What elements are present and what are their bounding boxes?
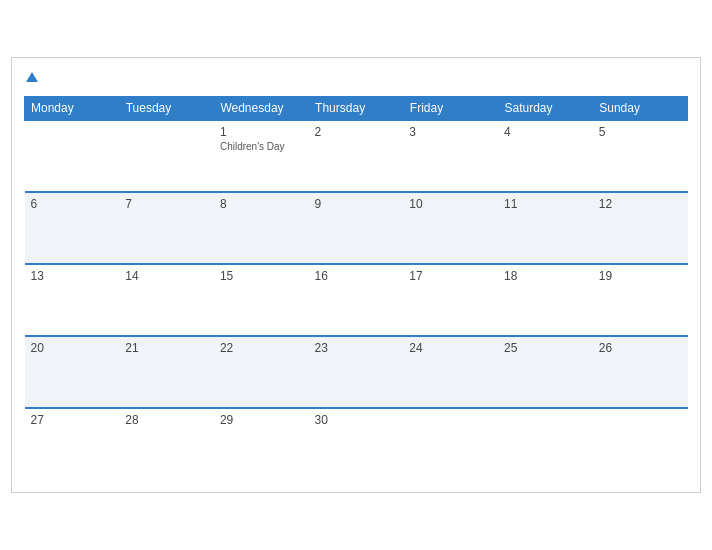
calendar-cell: 3 <box>403 120 498 192</box>
week-row-5: 27282930 <box>25 408 688 480</box>
calendar-cell: 22 <box>214 336 309 408</box>
day-number: 14 <box>125 269 208 283</box>
calendar-cell: 28 <box>119 408 214 480</box>
calendar-container: MondayTuesdayWednesdayThursdayFridaySatu… <box>11 57 701 494</box>
calendar-cell: 27 <box>25 408 120 480</box>
day-number: 18 <box>504 269 587 283</box>
weekday-header-sunday: Sunday <box>593 97 688 121</box>
day-number: 24 <box>409 341 492 355</box>
calendar-cell <box>119 120 214 192</box>
calendar-cell: 14 <box>119 264 214 336</box>
day-number: 15 <box>220 269 303 283</box>
day-number: 29 <box>220 413 303 427</box>
calendar-cell <box>403 408 498 480</box>
day-number: 17 <box>409 269 492 283</box>
logo-area <box>24 68 38 89</box>
calendar-cell: 10 <box>403 192 498 264</box>
day-number: 6 <box>31 197 114 211</box>
calendar-cell: 21 <box>119 336 214 408</box>
calendar-cell <box>25 120 120 192</box>
calendar-cell <box>498 408 593 480</box>
calendar-cell: 2 <box>309 120 404 192</box>
calendar-cell: 20 <box>25 336 120 408</box>
day-number: 26 <box>599 341 682 355</box>
calendar-cell: 13 <box>25 264 120 336</box>
logo-triangle-icon <box>26 72 38 82</box>
day-number: 2 <box>315 125 398 139</box>
calendar-cell: 9 <box>309 192 404 264</box>
calendar-cell: 8 <box>214 192 309 264</box>
calendar-cell <box>593 408 688 480</box>
calendar-header <box>24 68 688 89</box>
weekday-header-thursday: Thursday <box>309 97 404 121</box>
calendar-cell: 19 <box>593 264 688 336</box>
day-number: 30 <box>315 413 398 427</box>
day-number: 20 <box>31 341 114 355</box>
day-number: 27 <box>31 413 114 427</box>
calendar-cell: 12 <box>593 192 688 264</box>
weekday-header-monday: Monday <box>25 97 120 121</box>
calendar-cell: 7 <box>119 192 214 264</box>
calendar-cell: 1Children's Day <box>214 120 309 192</box>
week-row-2: 6789101112 <box>25 192 688 264</box>
calendar-cell: 25 <box>498 336 593 408</box>
calendar-cell: 29 <box>214 408 309 480</box>
day-number: 16 <box>315 269 398 283</box>
logo-general-row <box>24 68 38 86</box>
day-number: 7 <box>125 197 208 211</box>
day-number: 11 <box>504 197 587 211</box>
day-number: 19 <box>599 269 682 283</box>
day-number: 9 <box>315 197 398 211</box>
calendar-cell: 30 <box>309 408 404 480</box>
week-row-1: 1Children's Day2345 <box>25 120 688 192</box>
calendar-grid: MondayTuesdayWednesdayThursdayFridaySatu… <box>24 96 688 480</box>
calendar-cell: 5 <box>593 120 688 192</box>
week-row-4: 20212223242526 <box>25 336 688 408</box>
day-number: 12 <box>599 197 682 211</box>
calendar-cell: 23 <box>309 336 404 408</box>
day-number: 13 <box>31 269 114 283</box>
calendar-cell: 11 <box>498 192 593 264</box>
holiday-label: Children's Day <box>220 141 303 152</box>
day-number: 25 <box>504 341 587 355</box>
day-number: 10 <box>409 197 492 211</box>
day-number: 4 <box>504 125 587 139</box>
day-number: 28 <box>125 413 208 427</box>
day-number: 5 <box>599 125 682 139</box>
day-number: 3 <box>409 125 492 139</box>
week-row-3: 13141516171819 <box>25 264 688 336</box>
day-number: 1 <box>220 125 303 139</box>
calendar-cell: 18 <box>498 264 593 336</box>
weekday-header-saturday: Saturday <box>498 97 593 121</box>
calendar-cell: 6 <box>25 192 120 264</box>
calendar-cell: 24 <box>403 336 498 408</box>
weekday-header-friday: Friday <box>403 97 498 121</box>
calendar-cell: 17 <box>403 264 498 336</box>
day-number: 8 <box>220 197 303 211</box>
calendar-cell: 15 <box>214 264 309 336</box>
day-number: 21 <box>125 341 208 355</box>
calendar-cell: 26 <box>593 336 688 408</box>
calendar-cell: 16 <box>309 264 404 336</box>
calendar-cell: 4 <box>498 120 593 192</box>
day-number: 22 <box>220 341 303 355</box>
weekday-header-wednesday: Wednesday <box>214 97 309 121</box>
weekday-header-row: MondayTuesdayWednesdayThursdayFridaySatu… <box>25 97 688 121</box>
day-number: 23 <box>315 341 398 355</box>
weekday-header-tuesday: Tuesday <box>119 97 214 121</box>
